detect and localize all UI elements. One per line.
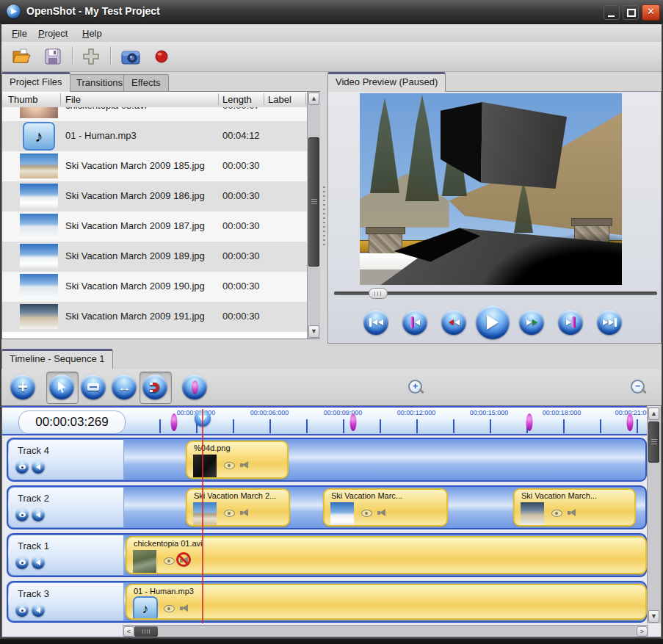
snap-tool-button[interactable] (142, 375, 167, 399)
tab-effects[interactable]: Effects (123, 74, 169, 93)
timeline-toolbar: + ↔ + 3 seconds − (1, 369, 662, 405)
track-audio-button[interactable] (32, 556, 45, 569)
add-track-button[interactable]: + (10, 375, 35, 399)
file-list-scrollbar[interactable]: ▲ ▼ (307, 92, 320, 339)
col-label[interactable]: Label (268, 94, 291, 105)
close-button[interactable]: ✕ (642, 4, 660, 21)
file-row[interactable]: chickentopia 03.avi 00:00:07 (2, 107, 307, 121)
track-visibility-button[interactable] (15, 460, 29, 474)
scroll-left-icon[interactable]: < (123, 626, 134, 637)
ruler-timestamp: 00:00:15:000 (470, 409, 509, 416)
timeline-clip[interactable]: Ski Vacation March... (513, 488, 636, 527)
clip-audio-icon[interactable] (180, 603, 190, 613)
scroll-down-icon[interactable]: ▼ (308, 325, 319, 338)
track-audio-button[interactable] (32, 508, 45, 521)
rewind-button[interactable] (441, 310, 466, 335)
ruler-timestamp: 00:00:12:000 (397, 409, 436, 416)
record-audio-icon[interactable] (150, 45, 173, 68)
clip-audio-icon[interactable] (377, 507, 388, 518)
timeline-marker[interactable] (627, 413, 634, 431)
file-row[interactable]: Ski Vacation March 2009 187.jpg 00:00:30 (2, 211, 307, 242)
timeline-clip[interactable]: chickentopia 01.avi (126, 536, 647, 574)
scrollbar-thumb[interactable] (308, 137, 319, 267)
clip-audio-muted-icon (176, 552, 191, 567)
scroll-up-icon[interactable]: ▲ (308, 93, 319, 105)
zoom-in-icon[interactable]: + (407, 379, 425, 397)
skip-to-start-button[interactable] (363, 310, 388, 335)
add-marker-button[interactable] (182, 375, 207, 399)
clip-visibility-icon[interactable] (551, 510, 562, 517)
tab-transitions[interactable]: Transitions (68, 74, 131, 93)
open-project-icon[interactable] (10, 45, 34, 68)
clip-visibility-icon[interactable] (224, 462, 235, 469)
track-name: Track 1 (18, 540, 49, 551)
col-length[interactable]: Length (222, 94, 252, 105)
file-row[interactable]: 01 - Human.mp3 00:04:12 (2, 121, 307, 151)
timeline-marker[interactable] (350, 413, 357, 431)
resize-tool-button[interactable]: ↔ (112, 375, 137, 399)
clip-visibility-icon[interactable] (224, 510, 235, 517)
clip-audio-icon[interactable] (568, 507, 578, 518)
tab-project-files[interactable]: Project Files (1, 72, 70, 92)
scrollbar-thumb[interactable] (134, 626, 158, 637)
track-audio-button[interactable] (32, 460, 45, 474)
ruler-tick (306, 419, 308, 433)
seek-slider-handle[interactable] (369, 288, 388, 299)
file-row[interactable]: Ski Vacation March 2009 190.jpg 00:00:30 (2, 272, 307, 302)
arrow-tool-button[interactable] (49, 375, 74, 399)
menu-project[interactable]: Project (34, 26, 72, 40)
col-file[interactable]: File (65, 94, 81, 105)
timeline-hscrollbar[interactable]: < > (123, 625, 648, 637)
track-visibility-button[interactable] (15, 604, 29, 617)
clip-audio-icon[interactable] (240, 460, 250, 470)
previous-marker-button[interactable] (402, 310, 427, 335)
clip-visibility-icon[interactable] (164, 605, 175, 612)
file-length: 00:00:30 (222, 160, 260, 171)
capture-screen-icon[interactable] (119, 45, 142, 68)
fast-forward-button[interactable] (519, 310, 544, 335)
timeline-clip[interactable]: Ski Vacation Marc... (323, 488, 448, 527)
menu-help[interactable]: Help (78, 26, 106, 40)
tab-video-preview[interactable]: Video Preview (Paused) (327, 72, 446, 92)
scrollbar-thumb[interactable] (648, 422, 659, 463)
clip-audio-icon[interactable] (240, 507, 250, 518)
clip-thumbnail (193, 455, 217, 478)
menu-file[interactable]: File (7, 26, 32, 40)
clip-visibility-icon[interactable] (361, 510, 372, 517)
timeline-vscrollbar[interactable]: ▲ ▼ (647, 407, 662, 623)
col-thumb[interactable]: Thumb (8, 94, 37, 105)
razor-tool-button[interactable] (81, 375, 106, 399)
file-row[interactable]: Ski Vacation March 2009 185.jpg 00:00:30 (2, 151, 307, 181)
track-audio-button[interactable] (32, 604, 45, 617)
ruler-timestamp: 00:00:06:000 (250, 409, 289, 416)
skip-to-end-button[interactable] (597, 310, 622, 335)
file-row[interactable]: Ski Vacation March 2009 191.jpg 00:00:30 (2, 302, 307, 332)
maximize-button[interactable] (623, 5, 639, 20)
file-thumbnail (20, 244, 58, 269)
timeline-ruler[interactable]: 00:00:03:269 00:00:03:00000:00:06:00000:… (2, 406, 647, 435)
panel-splitter[interactable] (321, 91, 327, 339)
file-row[interactable]: Ski Vacation March 2009 189.jpg 00:00:30 (2, 242, 307, 272)
zoom-out-icon[interactable]: − (630, 379, 648, 397)
file-length: 00:00:30 (222, 311, 260, 322)
file-table-header: Thumb File Length Label (2, 92, 319, 108)
scroll-down-icon[interactable]: ▼ (648, 610, 659, 623)
timeline-track: Track 1 chickentopia 01.avi (7, 533, 647, 577)
add-files-icon[interactable] (79, 45, 103, 68)
play-button[interactable] (476, 305, 510, 339)
title-bar[interactable]: ▶ OpenShot - My Test Project ✕ (0, 0, 663, 24)
minimize-button[interactable] (604, 5, 620, 20)
timeline-marker[interactable] (526, 413, 533, 431)
scroll-right-icon[interactable]: > (637, 626, 648, 637)
timeline-clip[interactable]: 01 - Human.mp3 (126, 584, 647, 620)
scroll-up-icon[interactable]: ▲ (648, 408, 659, 420)
timeline-clip[interactable]: %04d.png (186, 441, 289, 479)
clip-visibility-icon[interactable] (164, 557, 175, 565)
track-visibility-button[interactable] (15, 556, 29, 569)
tab-timeline[interactable]: Timeline - Sequence 1 (1, 349, 113, 369)
next-marker-button[interactable] (558, 310, 583, 335)
track-visibility-button[interactable] (15, 508, 29, 521)
save-project-icon[interactable] (41, 45, 65, 68)
timeline-marker[interactable] (171, 413, 178, 431)
file-row[interactable]: Ski Vacation March 2009 186.jpg 00:00:30 (2, 181, 307, 211)
